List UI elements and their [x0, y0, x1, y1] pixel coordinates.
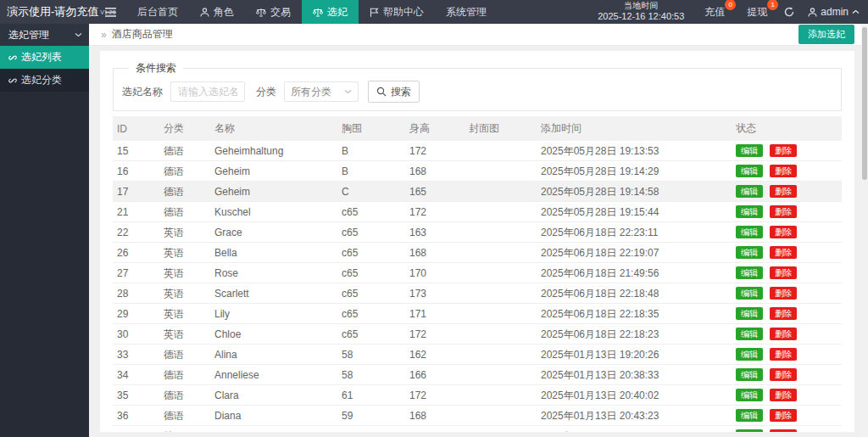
delete-button[interactable]: 删除: [770, 144, 797, 157]
edit-button[interactable]: 编辑: [736, 226, 763, 238]
delete-button[interactable]: 删除: [770, 185, 797, 198]
edit-button[interactable]: 编辑: [736, 368, 763, 381]
edit-button[interactable]: 编辑: [736, 389, 763, 401]
delete-button[interactable]: 删除: [770, 368, 797, 381]
recharge-badge: 0: [725, 0, 736, 10]
edit-button[interactable]: 编辑: [736, 266, 763, 279]
col-header-name: 名称: [214, 116, 342, 141]
refresh-icon: [784, 7, 794, 17]
cell-id: 37: [113, 426, 164, 433]
cell-height: 165: [409, 182, 469, 202]
cell-added-time: 2025年01月13日 20:38:33: [541, 365, 736, 385]
edit-button[interactable]: 编辑: [736, 165, 763, 177]
table-row: 22 英语 Grace c65 163 2025年06月18日 22:23:11…: [113, 222, 842, 243]
delete-button[interactable]: 删除: [770, 287, 797, 300]
name-input[interactable]: [170, 81, 245, 102]
table-row: 34 德语 Anneliese 58 166 2025年01月13日 20:38…: [113, 365, 842, 385]
cell-bust: c65: [342, 304, 409, 324]
withdraw-link[interactable]: 提现 1: [747, 5, 767, 20]
link-icon: [8, 53, 17, 62]
cell-status: 编辑 删除: [736, 263, 842, 283]
cell-name: Kuschel: [214, 202, 342, 222]
table-row: 15 德语 Geheimhaltung B 172 2025年05月28日 19…: [113, 141, 842, 161]
cell-id: 34: [113, 365, 164, 385]
col-header-cover: 封面图: [469, 116, 541, 141]
cell-name: Clara: [214, 385, 342, 406]
add-consort-button[interactable]: 添加选妃: [798, 25, 854, 44]
cell-name: Geheim: [214, 161, 342, 182]
delete-button[interactable]: 删除: [770, 307, 797, 320]
search-button[interactable]: 搜索: [368, 81, 420, 103]
cell-added-time: 2025年06月18日 22:18:48: [541, 283, 736, 304]
cell-height: 171: [409, 304, 469, 324]
cell-status: 编辑 删除: [736, 222, 842, 243]
cell-name: Grace: [214, 222, 342, 243]
cell-height: 172: [409, 385, 469, 406]
nav-item-home[interactable]: 后台首页: [126, 0, 189, 24]
cell-category: 英语: [164, 304, 214, 324]
delete-button[interactable]: 删除: [770, 348, 797, 361]
cell-category: 德语: [164, 182, 214, 202]
sidebar-item-consort-list[interactable]: 选妃列表: [0, 46, 89, 69]
sidebar-group-consort-mgmt[interactable]: 选妃管理: [0, 24, 89, 46]
cell-category: 德语: [164, 426, 214, 433]
cell-status: 编辑 删除: [736, 406, 842, 426]
hamburger-menu-icon[interactable]: [95, 0, 126, 24]
user-menu[interactable]: admin: [808, 6, 860, 18]
cell-category: 英语: [164, 263, 214, 283]
edit-button[interactable]: 编辑: [736, 429, 763, 432]
sidebar-item-consort-category[interactable]: 选妃分类: [0, 69, 89, 92]
cell-id: 26: [113, 243, 164, 263]
table-row: 37 德语 Edith 57 166 2025年01月13日 20:46:09 …: [113, 426, 842, 433]
delete-button[interactable]: 删除: [770, 226, 797, 238]
cell-name: Diana: [214, 406, 342, 426]
consort-table: ID 分类 名称 胸围 身高 封面图 添加时间 状态 15 德语 Geheimh…: [113, 116, 842, 432]
vertical-scrollbar[interactable]: [861, 24, 868, 437]
delete-button[interactable]: 删除: [770, 205, 797, 218]
search-panel-legend: 条件搜索: [129, 61, 183, 76]
table-row: 21 德语 Kuschel c65 172 2025年05月28日 19:15:…: [113, 202, 842, 222]
recharge-link[interactable]: 充值 0: [704, 5, 725, 20]
nav-item-system[interactable]: 系统管理: [435, 0, 498, 24]
nav-item-help[interactable]: 帮助中心: [359, 0, 435, 24]
delete-button[interactable]: 删除: [770, 246, 797, 259]
delete-button[interactable]: 删除: [770, 266, 797, 279]
nav-item-roles[interactable]: 角色: [189, 0, 245, 24]
delete-button[interactable]: 删除: [770, 328, 797, 340]
nav-item-consort[interactable]: 选妃: [302, 0, 359, 24]
edit-button[interactable]: 编辑: [736, 185, 763, 198]
category-select[interactable]: 所有分类: [284, 81, 359, 102]
cell-status: 编辑 删除: [736, 385, 842, 406]
cell-cover-image: [469, 161, 541, 182]
cell-status: 编辑 删除: [736, 182, 842, 202]
delete-button[interactable]: 删除: [770, 165, 797, 177]
chevron-down-icon: [75, 32, 82, 37]
delete-button[interactable]: 删除: [770, 409, 797, 422]
cell-cover-image: [469, 182, 541, 202]
delete-button[interactable]: 删除: [770, 429, 797, 432]
cell-id: 21: [113, 202, 164, 222]
cell-cover-image: [469, 426, 541, 433]
refresh-button[interactable]: [784, 7, 794, 17]
cell-cover-image: [469, 263, 541, 283]
cell-name: Geheim: [214, 182, 342, 202]
cell-bust: c65: [342, 324, 409, 345]
cell-name: Rose: [214, 263, 342, 283]
table-row: 29 英语 Lily c65 171 2025年06月18日 22:18:35 …: [113, 304, 842, 324]
main-content: » 酒店商品管理 添加选妃 条件搜索 选妃名称 分类 所有分类: [89, 24, 868, 437]
cell-status: 编辑 删除: [736, 243, 842, 263]
cell-bust: c65: [342, 243, 409, 263]
nav-item-trade[interactable]: 交易: [245, 0, 302, 24]
edit-button[interactable]: 编辑: [736, 205, 763, 218]
delete-button[interactable]: 删除: [770, 389, 797, 401]
edit-button[interactable]: 编辑: [736, 144, 763, 157]
edit-button[interactable]: 编辑: [736, 246, 763, 259]
edit-button[interactable]: 编辑: [736, 287, 763, 300]
cell-category: 德语: [164, 406, 214, 426]
edit-button[interactable]: 编辑: [736, 328, 763, 340]
edit-button[interactable]: 编辑: [736, 409, 763, 422]
person-icon: [200, 8, 209, 17]
edit-button[interactable]: 编辑: [736, 348, 763, 361]
edit-button[interactable]: 编辑: [736, 307, 763, 320]
scrollbar-thumb[interactable]: [862, 27, 867, 180]
